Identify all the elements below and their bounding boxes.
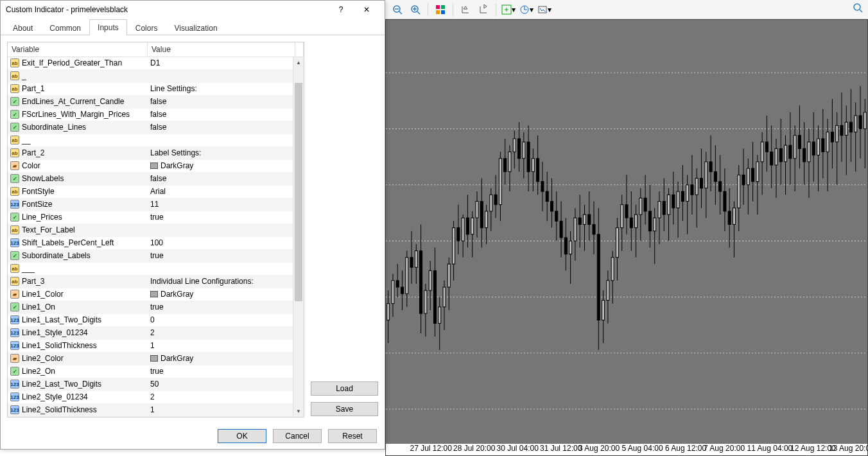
svg-rect-112 bbox=[583, 215, 586, 224]
templates-icon[interactable]: ▾ bbox=[537, 3, 551, 17]
svg-rect-208 bbox=[808, 142, 810, 162]
svg-rect-136 bbox=[639, 198, 642, 215]
zoom-in-icon[interactable] bbox=[408, 3, 422, 17]
svg-rect-184 bbox=[752, 168, 754, 182]
close-button[interactable]: ✕ bbox=[354, 2, 379, 17]
svg-rect-40 bbox=[415, 251, 417, 268]
input-row[interactable]: ✓Line2_Ontrue bbox=[8, 365, 293, 378]
svg-rect-74 bbox=[494, 195, 497, 204]
var-value: DarkGray bbox=[161, 161, 193, 170]
var-name: Text_For_Label bbox=[22, 225, 75, 234]
type-bool-icon: ✓ bbox=[10, 303, 19, 311]
load-button[interactable]: Load bbox=[311, 381, 378, 396]
svg-rect-160 bbox=[695, 179, 698, 195]
svg-rect-46 bbox=[429, 270, 431, 290]
svg-rect-98 bbox=[550, 202, 553, 211]
zoom-out-icon[interactable] bbox=[390, 3, 404, 17]
input-row[interactable]: ▰Line2_ColorDarkGray bbox=[8, 353, 293, 365]
price-chart[interactable]: 27 Jul 12:0028 Jul 20:0030 Jul 04:0031 J… bbox=[385, 19, 868, 456]
svg-rect-152 bbox=[677, 191, 679, 208]
var-name: Line2_Style_01234 bbox=[22, 392, 88, 401]
shift-icon[interactable] bbox=[458, 3, 473, 17]
vertical-scrollbar[interactable]: ▲ ▼ bbox=[293, 57, 304, 417]
input-row[interactable]: ✓Line1_Ontrue bbox=[8, 301, 293, 314]
input-row[interactable]: ✓EndLines_At_Current_Candlefalse bbox=[8, 96, 293, 109]
input-row[interactable]: abFontStyleArial bbox=[8, 186, 293, 198]
var-name: Shift_Labels_PerCent_Left bbox=[22, 238, 114, 247]
col-variable[interactable]: Variable bbox=[8, 42, 148, 57]
input-row[interactable]: ✓Subordinate_Labelstrue bbox=[8, 250, 293, 263]
input-row[interactable]: ✓Line_Pricestrue bbox=[8, 211, 293, 224]
type-ab-icon: ab bbox=[10, 71, 19, 80]
input-row[interactable]: ▰ColorDarkGray bbox=[8, 160, 293, 173]
tab-visualization[interactable]: Visualization bbox=[166, 20, 225, 35]
reset-button[interactable]: Reset bbox=[328, 429, 377, 443]
var-name: Part_2 bbox=[22, 148, 44, 157]
svg-rect-204 bbox=[798, 136, 801, 149]
col-value[interactable]: Value bbox=[148, 42, 295, 57]
input-row[interactable]: 123FontSize11 bbox=[8, 198, 293, 211]
input-row[interactable]: 123Line2_SolidThickness1 bbox=[8, 404, 293, 417]
svg-rect-64 bbox=[471, 218, 474, 234]
tile-icon[interactable] bbox=[433, 3, 447, 17]
input-row[interactable]: ab_ bbox=[8, 70, 293, 83]
var-name: Line1_Style_01234 bbox=[22, 328, 88, 337]
svg-rect-170 bbox=[719, 182, 722, 191]
svg-rect-158 bbox=[691, 185, 693, 195]
input-row[interactable]: abExit_If_Period_Greater_ThanD1 bbox=[8, 57, 293, 70]
tab-about[interactable]: About bbox=[4, 20, 41, 35]
cancel-button[interactable]: Cancel bbox=[273, 429, 322, 443]
periods-icon[interactable]: ▾ bbox=[519, 3, 534, 17]
svg-rect-190 bbox=[765, 142, 768, 152]
save-button[interactable]: Save bbox=[311, 402, 378, 416]
svg-rect-58 bbox=[457, 228, 460, 241]
indicator-dialog: Custom Indicator - primelevelsblack ? ✕ … bbox=[0, 0, 385, 450]
scroll-down-icon[interactable]: ▼ bbox=[293, 406, 304, 417]
input-row[interactable]: ab___ bbox=[8, 263, 293, 276]
scrollbar-thumb[interactable] bbox=[295, 83, 302, 301]
help-button[interactable]: ? bbox=[328, 2, 354, 17]
input-row[interactable]: 123Line2_Last_Two_Digits50 bbox=[8, 378, 293, 391]
svg-rect-8 bbox=[441, 5, 445, 9]
input-row[interactable]: abText_For_Label bbox=[8, 224, 293, 237]
separator bbox=[428, 3, 428, 16]
var-value: DarkGray bbox=[161, 290, 193, 299]
tab-inputs[interactable]: Inputs bbox=[89, 19, 127, 35]
svg-rect-130 bbox=[625, 205, 628, 218]
input-row[interactable]: ✓Subordinate_Linesfalse bbox=[8, 121, 293, 134]
svg-rect-200 bbox=[789, 145, 792, 159]
auto-scroll-icon[interactable] bbox=[476, 3, 490, 17]
type-ab-icon: ab bbox=[10, 84, 19, 93]
input-row[interactable]: 123Line2_Style_012342 bbox=[8, 391, 293, 404]
input-row[interactable]: 123Line1_Style_012342 bbox=[8, 327, 293, 340]
input-row[interactable]: 123Line1_SolidThickness1 bbox=[8, 340, 293, 353]
input-row[interactable]: ab__ bbox=[8, 134, 293, 147]
search-icon[interactable] bbox=[853, 3, 863, 15]
type-bool-icon: ✓ bbox=[10, 97, 19, 106]
var-name: Subordinate_Labels bbox=[22, 251, 91, 260]
input-row[interactable]: ▰Line1_ColorDarkGray bbox=[8, 288, 293, 301]
input-row[interactable]: 123Line1_Last_Two_Digits0 bbox=[8, 314, 293, 327]
svg-rect-106 bbox=[569, 241, 572, 254]
var-value: true bbox=[150, 213, 164, 222]
dialog-titlebar[interactable]: Custom Indicator - primelevelsblack ? ✕ bbox=[1, 1, 385, 19]
tab-colors[interactable]: Colors bbox=[127, 20, 166, 35]
input-row[interactable]: 123Shift_Labels_PerCent_Left100 bbox=[8, 237, 293, 250]
type-bool-icon: ✓ bbox=[10, 213, 19, 222]
input-row[interactable]: abPart_1Line Settings: bbox=[8, 83, 293, 96]
ok-button[interactable]: OK bbox=[218, 429, 266, 443]
svg-rect-206 bbox=[803, 148, 806, 162]
input-row[interactable]: ✓FScrLines_With_Margin_Pricesfalse bbox=[8, 109, 293, 121]
x-tick-label: 13 Aug 20:00 bbox=[829, 444, 868, 453]
input-row[interactable]: abPart_2Label Settings: bbox=[8, 147, 293, 160]
svg-rect-164 bbox=[705, 162, 707, 188]
scroll-up-icon[interactable]: ▲ bbox=[293, 57, 304, 68]
svg-rect-180 bbox=[742, 175, 745, 184]
tab-common[interactable]: Common bbox=[41, 20, 89, 35]
type-ab-icon: ab bbox=[10, 58, 19, 67]
indicators-icon[interactable]: ▾ bbox=[501, 3, 516, 17]
input-row[interactable]: ✓ShowLabelsfalse bbox=[8, 173, 293, 186]
input-row[interactable]: abPart_3Individual Line Configurations: bbox=[8, 276, 293, 288]
type-bool-icon: ✓ bbox=[10, 123, 19, 132]
var-value: 0 bbox=[150, 315, 155, 324]
